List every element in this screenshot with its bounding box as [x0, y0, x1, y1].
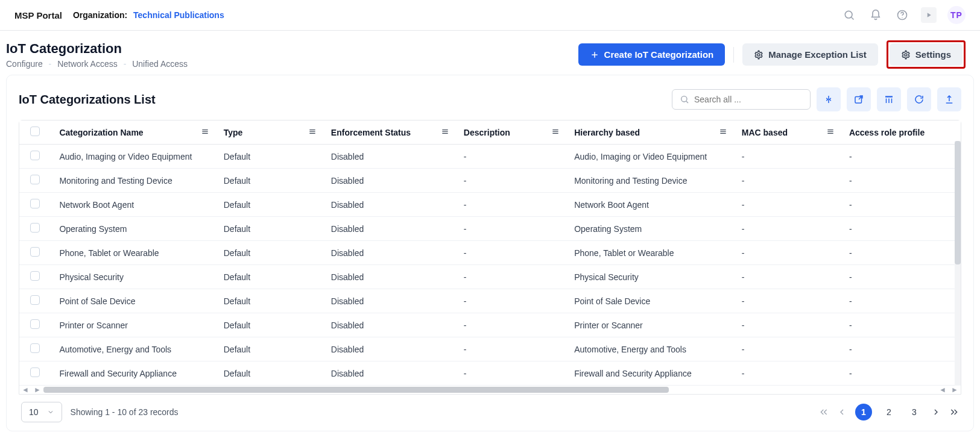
search-icon[interactable] [841, 7, 857, 23]
table-row[interactable]: Firewall and Security ApplianceDefaultDi… [19, 361, 961, 386]
svg-point-9 [681, 96, 687, 102]
column-header-mac[interactable]: MAC based [733, 120, 841, 145]
hscroll-right-right-icon[interactable]: ► [949, 386, 961, 394]
vertical-scrollbar[interactable] [955, 141, 961, 388]
column-header-label: Hierarchy based [574, 128, 640, 137]
open-external-button[interactable] [847, 87, 871, 111]
column-header-access[interactable]: Access role profile [841, 120, 961, 145]
refresh-icon [914, 94, 925, 105]
cell-hierarchy: Physical Security [566, 265, 733, 289]
records-count-text: Showing 1 - 10 of 23 records [71, 407, 179, 417]
title-left: IoT Categorization Configure - Network A… [6, 41, 188, 69]
fit-columns-button[interactable] [817, 87, 841, 111]
organization-name: Technical Publications [133, 10, 224, 20]
column-menu-icon[interactable] [826, 127, 835, 137]
create-iot-categorization-button[interactable]: Create IoT Categorization [578, 43, 726, 66]
video-icon[interactable] [921, 7, 937, 23]
cell-access: - [841, 361, 961, 386]
row-checkbox[interactable] [30, 199, 40, 208]
cell-mac: - [733, 145, 841, 169]
page-prev-button[interactable] [837, 407, 847, 417]
page-size-select[interactable]: 10 [21, 402, 62, 422]
page-number-3[interactable]: 3 [906, 404, 923, 421]
cell-type: Default [215, 337, 323, 361]
row-checkbox[interactable] [30, 295, 40, 305]
svg-line-1 [852, 17, 854, 20]
column-header-enforcement[interactable]: Enforcement Status [323, 120, 455, 145]
help-icon[interactable] [894, 7, 910, 23]
row-checkbox-cell [19, 217, 51, 241]
columns-button[interactable] [877, 87, 901, 111]
column-menu-icon[interactable] [551, 127, 560, 137]
table-row[interactable]: Printer or ScannerDefaultDisabled-Printe… [19, 313, 961, 337]
table-row[interactable]: Phone, Tablet or WearableDefaultDisabled… [19, 241, 961, 265]
page-number-1[interactable]: 1 [855, 404, 872, 421]
hscroll-left-right-icon[interactable]: ► [31, 386, 43, 394]
table-row[interactable]: Physical SecurityDefaultDisabled-Physica… [19, 265, 961, 289]
svg-point-0 [845, 11, 852, 18]
table-row[interactable]: Operating SystemDefaultDisabled-Operatin… [19, 217, 961, 241]
row-checkbox[interactable] [30, 271, 40, 281]
cell-description: - [455, 193, 566, 217]
row-checkbox[interactable] [30, 223, 40, 233]
row-checkbox[interactable] [30, 343, 40, 353]
row-checkbox[interactable] [30, 247, 40, 257]
table-row[interactable]: Point of Sale DeviceDefaultDisabled-Poin… [19, 289, 961, 313]
horizontal-scrollbar-thumb[interactable] [43, 387, 669, 393]
hscroll-right-left-icon[interactable]: ◄ [937, 386, 949, 394]
table-row[interactable]: Network Boot AgentDefaultDisabled-Networ… [19, 193, 961, 217]
column-header-hierarchy[interactable]: Hierarchy based [566, 120, 733, 145]
column-menu-icon[interactable] [441, 127, 449, 137]
cell-status: Disabled [323, 145, 455, 169]
table-row[interactable]: Automotive, Energy and ToolsDefaultDisab… [19, 337, 961, 361]
column-menu-icon[interactable] [201, 127, 209, 137]
table-scroll: Categorization Name Type Enforcement Sta… [19, 120, 961, 386]
organization-selector[interactable]: Organization: Technical Publications [73, 10, 224, 20]
export-button[interactable] [937, 87, 961, 111]
cell-access: - [841, 169, 961, 193]
pagination: 123 [819, 404, 959, 421]
column-header-type[interactable]: Type [215, 120, 323, 145]
cell-hierarchy: Printer or Scanner [566, 313, 733, 337]
table-row[interactable]: Monitoring and Testing DeviceDefaultDisa… [19, 169, 961, 193]
portal-title: MSP Portal [14, 10, 62, 20]
select-all-checkbox[interactable] [30, 127, 40, 136]
refresh-button[interactable] [907, 87, 931, 111]
cell-mac: - [733, 361, 841, 386]
column-menu-icon[interactable] [719, 127, 727, 137]
bell-icon[interactable] [868, 7, 884, 23]
settings-button[interactable]: Settings [890, 43, 963, 66]
page-last-button[interactable] [949, 407, 959, 417]
search-box[interactable] [672, 89, 811, 110]
breadcrumb-separator: - [124, 59, 127, 69]
cell-mac: - [733, 265, 841, 289]
user-avatar[interactable]: TP [947, 6, 966, 24]
svg-marker-4 [928, 13, 931, 17]
column-header-description[interactable]: Description [455, 120, 566, 145]
cell-mac: - [733, 193, 841, 217]
cell-access: - [841, 265, 961, 289]
row-checkbox-cell [19, 241, 51, 265]
table-row[interactable]: Audio, Imaging or Video EquipmentDefault… [19, 145, 961, 169]
row-checkbox[interactable] [30, 151, 40, 160]
upload-icon [944, 94, 955, 105]
gear-icon [901, 50, 911, 60]
row-checkbox[interactable] [30, 319, 40, 329]
manage-exception-list-button[interactable]: Manage Exception List [742, 43, 878, 66]
row-checkbox[interactable] [30, 367, 40, 377]
breadcrumb-item[interactable]: Configure [6, 59, 43, 69]
search-input[interactable] [694, 95, 803, 104]
row-checkbox[interactable] [30, 175, 40, 184]
breadcrumb-item[interactable]: Network Access [57, 59, 118, 69]
vertical-scrollbar-thumb[interactable] [955, 141, 961, 264]
page-next-button[interactable] [931, 407, 941, 417]
cell-name: Phone, Tablet or Wearable [51, 241, 215, 265]
column-header-name[interactable]: Categorization Name [51, 120, 215, 145]
cell-type: Default [215, 145, 323, 169]
horizontal-scrollbar-track[interactable] [43, 387, 937, 393]
page-first-button[interactable] [819, 407, 829, 417]
hscroll-left-left-icon[interactable]: ◄ [19, 386, 31, 394]
column-menu-icon[interactable] [308, 127, 317, 137]
page-number-2[interactable]: 2 [880, 404, 897, 421]
breadcrumb-item[interactable]: Unified Access [132, 59, 188, 69]
